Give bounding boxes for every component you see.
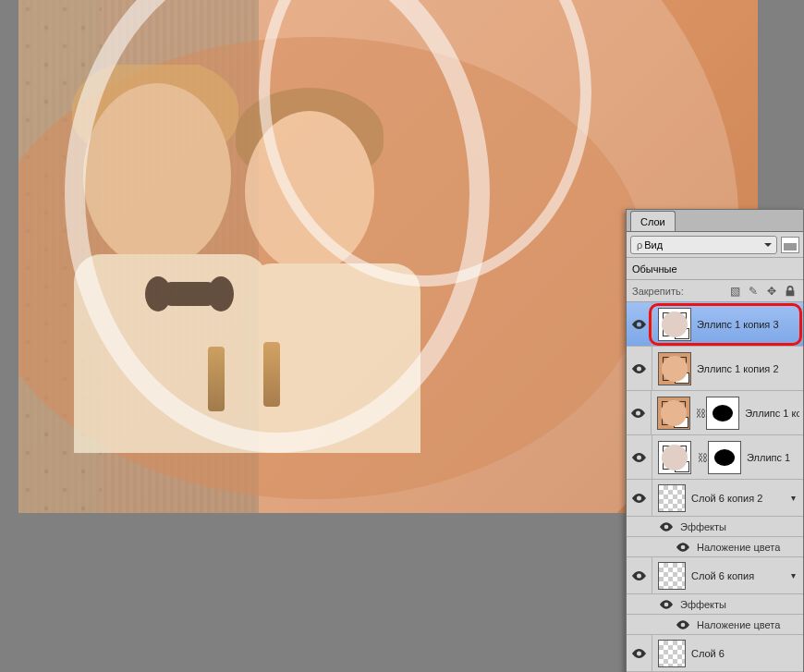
fx-header-row[interactable]: Эффекты [627, 594, 803, 615]
visibility-toggle[interactable] [660, 600, 675, 609]
fx-collapse-icon[interactable]: ▾ [791, 570, 796, 580]
layer-thumb[interactable] [657, 397, 690, 430]
mask-link-icon[interactable]: ⛓ [696, 397, 706, 430]
layer-row[interactable]: Слой 6 копия ▾ [627, 557, 803, 594]
visibility-toggle[interactable] [627, 557, 652, 593]
layer-row[interactable]: ⛓ Эллипс 1 [627, 435, 803, 480]
panel-tabbar: Слои [627, 210, 803, 232]
visibility-toggle[interactable] [676, 543, 691, 552]
fx-header-row[interactable]: Эффекты [627, 517, 803, 537]
visibility-toggle[interactable] [660, 522, 675, 531]
layer-name[interactable]: Эллипс 1 [747, 452, 790, 463]
layer-name[interactable]: Слой 6 копия [691, 570, 754, 581]
layer-list[interactable]: Эллипс 1 копия 3 Эллипс 1 копия 2 ⛓ Элли… [627, 302, 803, 672]
layer-name[interactable]: Эллипс 1 копия 2 [697, 363, 779, 374]
visibility-toggle[interactable] [627, 347, 652, 390]
layer-thumb[interactable] [658, 484, 686, 512]
layer-name[interactable]: Слой 6 [691, 648, 725, 659]
layer-row[interactable]: Слой 6 [627, 635, 803, 672]
fx-item-row[interactable]: Наложение цвета [627, 537, 803, 557]
visibility-toggle[interactable] [627, 302, 652, 346]
layer-name[interactable]: Эллипс 1 ко [745, 408, 799, 419]
layer-filter-bar: ρ Вид [627, 232, 803, 258]
lock-all-icon[interactable] [783, 284, 798, 299]
tab-layers[interactable]: Слои [630, 211, 676, 231]
fx-label: Эффекты [680, 521, 726, 532]
fx-item-row[interactable]: Наложение цвета [627, 615, 803, 635]
layer-thumb[interactable] [658, 308, 691, 341]
lock-pixels-icon[interactable]: ▧ [727, 284, 742, 299]
layer-thumb[interactable] [658, 441, 691, 474]
layers-panel: Слои ρ Вид Обычные Закрепить: ▧ ✎ ✥ [626, 209, 804, 672]
layer-row[interactable]: Эллипс 1 копия 2 [627, 347, 803, 391]
visibility-toggle[interactable] [627, 480, 652, 516]
fx-item-name: Наложение цвета [697, 542, 780, 553]
layer-name[interactable]: Слой 6 копия 2 [691, 493, 762, 504]
fx-item-name: Наложение цвета [697, 619, 780, 630]
tab-label: Слои [640, 216, 665, 227]
lock-brush-icon[interactable]: ✎ [746, 284, 761, 299]
layer-thumb[interactable] [658, 640, 686, 667]
filter-pixel-icon[interactable] [781, 237, 799, 253]
lock-label: Закрепить: [632, 286, 684, 297]
visibility-toggle[interactable] [627, 435, 652, 479]
layer-filter-dropdown[interactable]: ρ Вид [630, 236, 777, 254]
mask-link-icon[interactable]: ⛓ [697, 441, 708, 474]
blend-mode-row: Обычные [627, 258, 803, 280]
blend-mode-value[interactable]: Обычные [632, 263, 677, 275]
layer-thumb[interactable] [658, 562, 686, 590]
visibility-toggle[interactable] [627, 635, 652, 671]
layer-row[interactable]: Эллипс 1 копия 3 [627, 302, 803, 347]
layer-row[interactable]: Слой 6 копия 2 ▾ [627, 480, 803, 517]
layer-mask-thumb[interactable] [708, 441, 741, 474]
visibility-toggle[interactable] [676, 620, 691, 629]
layer-row[interactable]: ⛓ Эллипс 1 ко [627, 391, 803, 435]
filter-prefix: ρ [637, 239, 642, 250]
fx-collapse-icon[interactable]: ▾ [791, 493, 796, 503]
lock-row: Закрепить: ▧ ✎ ✥ [627, 280, 803, 302]
fx-label: Эффекты [680, 599, 726, 610]
layer-name[interactable]: Эллипс 1 копия 3 [697, 319, 779, 330]
layer-mask-thumb[interactable] [706, 397, 739, 430]
filter-value: Вид [644, 239, 663, 250]
visibility-toggle[interactable] [627, 391, 652, 434]
layer-thumb[interactable] [658, 352, 691, 385]
lock-move-icon[interactable]: ✥ [764, 284, 779, 299]
